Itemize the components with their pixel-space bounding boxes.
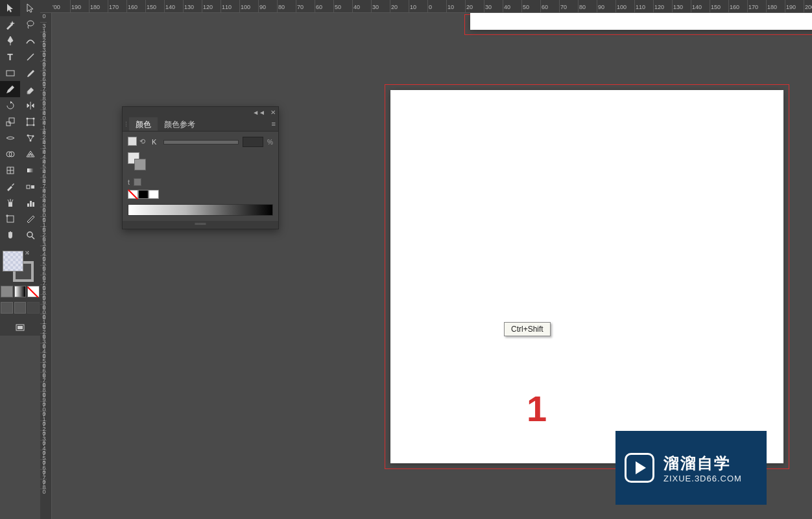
- shape-builder-tool[interactable]: [0, 146, 20, 162]
- panel-resize-grip[interactable]: ═══: [123, 221, 278, 229]
- tab-color-guide[interactable]: 颜色参考: [158, 117, 202, 131]
- panel-bg-swatch[interactable]: [134, 159, 146, 170]
- panel-body: ⟲ K % t: [123, 132, 278, 221]
- column-graph-tool[interactable]: [20, 194, 40, 211]
- pencil-tool[interactable]: [0, 81, 20, 97]
- ruler-v-tick: 370: [40, 81, 47, 91]
- grayscale-spectrum[interactable]: [128, 204, 273, 216]
- vertical-ruler: 0310320330340350360370380390400410420430…: [40, 13, 52, 519]
- artboard-selected[interactable]: 1: [385, 84, 789, 469]
- scale-tool[interactable]: [0, 113, 20, 130]
- draw-behind[interactable]: [14, 302, 27, 314]
- color-mode-row: [0, 286, 40, 299]
- color-mode-gradient[interactable]: [14, 286, 27, 297]
- slice-tool[interactable]: [20, 211, 40, 227]
- draw-mode-row: [0, 301, 40, 316]
- type-swatch-icon[interactable]: t: [128, 178, 130, 186]
- k-slider-track[interactable]: [163, 140, 239, 144]
- ruler-h-tick: 170: [748, 0, 767, 13]
- mesh-tool[interactable]: [0, 162, 20, 178]
- puppet-warp-tool[interactable]: [20, 130, 40, 146]
- artboard-tool[interactable]: [0, 211, 20, 227]
- panel-mini-swatches[interactable]: ⟲: [128, 137, 145, 146]
- ruler-v-tick: 440: [40, 149, 47, 159]
- zoom-tool[interactable]: [20, 227, 40, 243]
- panel-collapse-icon[interactable]: ◄◄: [252, 109, 265, 116]
- ruler-v-tick: 690: [40, 392, 47, 402]
- lasso-tool[interactable]: [20, 16, 40, 32]
- direct-selection-tool[interactable]: [20, 0, 40, 16]
- svg-point-8: [26, 124, 28, 126]
- paintbrush-tool[interactable]: [20, 65, 40, 81]
- eyedropper-tool[interactable]: [0, 178, 20, 194]
- toolbox: T: [0, 0, 40, 336]
- symbol-sprayer-tool[interactable]: [0, 194, 20, 211]
- line-tool[interactable]: [20, 49, 40, 65]
- fill-color-swatch[interactable]: [3, 251, 23, 271]
- svg-rect-21: [8, 202, 12, 207]
- ruler-v-tick: 540: [40, 246, 47, 256]
- ruler-v-tick: 450: [40, 159, 47, 168]
- ruler-v-tick: 530: [40, 236, 47, 246]
- eraser-tool[interactable]: [20, 81, 40, 97]
- chip-white[interactable]: [149, 190, 159, 199]
- ruler-v-tick: 560: [40, 266, 47, 275]
- ruler-h-tick: 160: [127, 0, 146, 13]
- rectangle-tool[interactable]: [0, 65, 20, 81]
- draw-normal[interactable]: [1, 302, 13, 314]
- ruler-v-tick: 430: [40, 139, 47, 149]
- ruler-v-tick: 420: [40, 130, 47, 139]
- mini-swap-icon[interactable]: ⟲: [139, 137, 145, 146]
- swap-fill-stroke-icon[interactable]: ⤭: [25, 249, 30, 256]
- rotate-tool[interactable]: [0, 97, 20, 113]
- chip-black[interactable]: [138, 190, 149, 199]
- hand-tool[interactable]: [0, 227, 20, 243]
- color-mode-none[interactable]: [27, 286, 40, 297]
- color-mode-solid[interactable]: [1, 286, 13, 297]
- ruler-h-tick: 120: [202, 0, 221, 13]
- free-transform-tool[interactable]: [20, 113, 40, 130]
- color-panel[interactable]: ◄◄ ✕ ⋮ 颜色 颜色参考 ≡ ⟲ K % t: [122, 106, 279, 229]
- ruler-v-tick: 360: [40, 71, 47, 81]
- selection-tool[interactable]: [0, 0, 20, 16]
- extra-swatch[interactable]: [134, 178, 141, 186]
- ruler-v-tick: 650: [40, 353, 47, 363]
- ruler-v-tick: 760: [40, 460, 47, 470]
- tab-color[interactable]: 颜色: [129, 117, 158, 131]
- svg-point-9: [32, 124, 34, 126]
- perspective-grid-tool[interactable]: [20, 146, 40, 162]
- ruler-h-tick: 50: [334, 0, 353, 13]
- panel-menu-icon[interactable]: ≡: [272, 120, 276, 128]
- reflect-tool[interactable]: [20, 97, 40, 113]
- curvature-tool[interactable]: [20, 32, 40, 49]
- screen-mode-button[interactable]: [10, 319, 30, 336]
- panel-preset-chips: [128, 190, 273, 199]
- ruler-h-tick: 190: [785, 0, 804, 13]
- artboard-preview-top[interactable]: [464, 14, 812, 35]
- svg-rect-22: [27, 203, 29, 207]
- panel-grip-icon[interactable]: ⋮: [123, 117, 129, 131]
- ruler-h-tick: '00: [52, 0, 71, 13]
- fill-stroke-swatches[interactable]: ⤭: [0, 248, 40, 284]
- ruler-v-tick: 490: [40, 198, 47, 207]
- gradient-tool[interactable]: [20, 162, 40, 178]
- k-slider-input[interactable]: [243, 137, 263, 147]
- draw-inside[interactable]: [27, 302, 40, 314]
- mini-fill-swatch[interactable]: [128, 137, 137, 146]
- svg-rect-3: [6, 122, 10, 126]
- width-tool[interactable]: [0, 130, 20, 146]
- ruler-h-tick: 140: [165, 0, 184, 13]
- panel-close-icon[interactable]: ✕: [270, 109, 276, 116]
- chip-none[interactable]: [128, 190, 138, 199]
- ruler-h-tick: 90: [259, 0, 278, 13]
- pen-tool[interactable]: [0, 32, 20, 49]
- panel-fg-bg-swatches[interactable]: [128, 152, 147, 170]
- panel-titlebar[interactable]: ◄◄ ✕: [123, 107, 278, 117]
- ruler-v-tick: 600: [40, 305, 47, 314]
- type-tool[interactable]: T: [0, 49, 20, 65]
- ruler-v-tick: 630: [40, 334, 47, 343]
- blend-tool[interactable]: [20, 178, 40, 194]
- watermark-play-icon: [625, 453, 654, 483]
- artboard-number-label: 1: [527, 387, 547, 430]
- magic-wand-tool[interactable]: [0, 16, 20, 32]
